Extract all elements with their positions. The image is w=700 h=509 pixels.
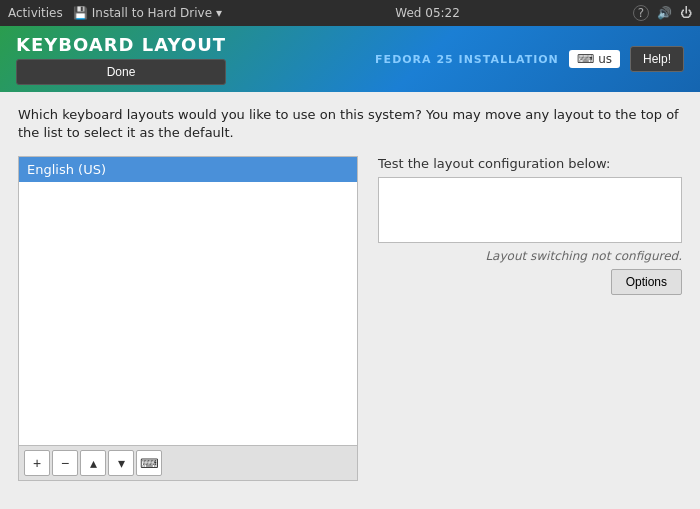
main-content: Which keyboard layouts would you like to… xyxy=(0,92,700,509)
topbar-time: Wed 05:22 xyxy=(395,6,460,20)
help-icon[interactable]: ? xyxy=(633,5,649,21)
done-button[interactable]: Done xyxy=(16,59,226,85)
top-bar: Activities 💾 Install to Hard Drive ▾ Wed… xyxy=(0,0,700,26)
header-bar: KEYBOARD LAYOUT Done FEDORA 25 INSTALLAT… xyxy=(0,26,700,92)
topbar-left: Activities 💾 Install to Hard Drive ▾ xyxy=(8,6,222,20)
activities-label[interactable]: Activities xyxy=(8,6,63,20)
test-input[interactable] xyxy=(378,177,682,243)
layout-panel: English (US) + − ▴ ▾ ⌨ xyxy=(18,156,358,481)
options-button[interactable]: Options xyxy=(611,269,682,295)
chevron-down-icon: ▾ xyxy=(216,6,222,20)
topbar-right: ? 🔊 ⏻ xyxy=(633,5,692,21)
hdd-icon: 💾 xyxy=(73,6,88,20)
keyboard-icon: ⌨ xyxy=(577,52,594,66)
install-label[interactable]: 💾 Install to Hard Drive ▾ xyxy=(73,6,222,20)
description-text: Which keyboard layouts would you like to… xyxy=(18,106,682,142)
power-icon[interactable]: ⏻ xyxy=(680,6,692,20)
layout-switching-note: Layout switching not configured. xyxy=(378,249,682,263)
list-item[interactable]: English (US) xyxy=(19,157,357,182)
help-button[interactable]: Help! xyxy=(630,46,684,72)
layout-toolbar: + − ▴ ▾ ⌨ xyxy=(18,446,358,481)
fedora-label: FEDORA 25 INSTALLATION xyxy=(375,53,559,66)
language-badge[interactable]: ⌨ us xyxy=(569,50,620,68)
move-up-button[interactable]: ▴ xyxy=(80,450,106,476)
add-layout-button[interactable]: + xyxy=(24,450,50,476)
lang-code: us xyxy=(598,52,612,66)
test-panel: Test the layout configuration below: Lay… xyxy=(378,156,682,481)
content-area: English (US) + − ▴ ▾ ⌨ Test the layout c… xyxy=(18,156,682,481)
keyboard-preview-button[interactable]: ⌨ xyxy=(136,450,162,476)
header-right: FEDORA 25 INSTALLATION ⌨ us Help! xyxy=(375,46,684,72)
test-label: Test the layout configuration below: xyxy=(378,156,682,171)
page-title: KEYBOARD LAYOUT xyxy=(16,34,226,55)
remove-layout-button[interactable]: − xyxy=(52,450,78,476)
volume-icon[interactable]: 🔊 xyxy=(657,6,672,20)
layout-list[interactable]: English (US) xyxy=(18,156,358,446)
header-left: KEYBOARD LAYOUT Done xyxy=(16,34,226,85)
move-down-button[interactable]: ▾ xyxy=(108,450,134,476)
